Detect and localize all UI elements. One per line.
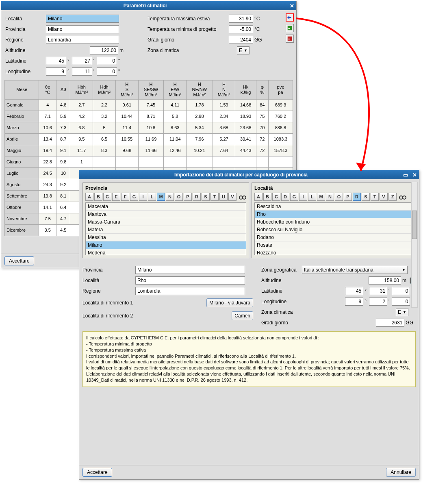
list-item[interactable]: Rosate	[255, 241, 412, 249]
maximize-icon[interactable]: ▭	[401, 170, 410, 179]
input2-regione[interactable]	[135, 287, 245, 295]
letter-filter-U[interactable]: U	[219, 193, 228, 201]
table-row: Febbraio7.15.94.23.210.448.715.82.982.34…	[5, 111, 293, 122]
scrollbar[interactable]	[411, 182, 418, 308]
list-item[interactable]: Rescaldina	[255, 203, 412, 211]
input-altitudine[interactable]	[90, 46, 118, 54]
listbox-provincia[interactable]: MacerataMantovaMassa-CarraraMateraMessin…	[85, 202, 246, 255]
letter-filter-G[interactable]: G	[290, 193, 298, 201]
accettare-button-1[interactable]: Accettare	[4, 256, 34, 265]
input-lon-sec[interactable]	[97, 67, 117, 76]
letter-filter-F[interactable]: F	[121, 193, 129, 201]
letter-filter-O[interactable]: O	[175, 193, 183, 201]
letter-filter-T[interactable]: T	[210, 193, 219, 201]
select-zona[interactable]: E▼	[237, 46, 250, 54]
input2-altitudine[interactable]	[369, 276, 401, 285]
list-item[interactable]: Modena	[86, 249, 246, 255]
letter-filter-M[interactable]: M	[157, 193, 165, 201]
list-item[interactable]: Massa-Carrara	[86, 218, 246, 226]
letter-filter-E[interactable]: E	[112, 193, 120, 201]
input-lon-deg[interactable]	[46, 67, 66, 76]
input2-lat-sec[interactable]	[392, 287, 410, 295]
binoculars-icon[interactable]	[239, 193, 246, 200]
select2-zona[interactable]: E▼	[396, 308, 408, 316]
input2-lon-min[interactable]	[369, 298, 387, 306]
letter-filter-O[interactable]: O	[335, 193, 343, 201]
letter-filter-P[interactable]: P	[184, 193, 192, 201]
letter-filter-M[interactable]: M	[317, 193, 325, 201]
letter-filter-D[interactable]: D	[281, 193, 289, 201]
list-item[interactable]: Messina	[86, 234, 246, 241]
letter-filter-I[interactable]: I	[299, 193, 307, 201]
accettare-button-2[interactable]: Accettare	[82, 468, 112, 477]
letter-filter-R[interactable]: R	[193, 193, 201, 201]
button-rif1[interactable]: Milano - via Juvara	[206, 298, 253, 307]
list-item[interactable]: Rozzano	[255, 249, 412, 255]
scrollbar-thumb[interactable]	[412, 211, 417, 239]
input2-lon-sec[interactable]	[392, 298, 410, 306]
letter-filter-B[interactable]: B	[94, 193, 102, 201]
letter-filter-N[interactable]: N	[326, 193, 334, 201]
letter-filter-V[interactable]: V	[228, 193, 237, 201]
letter-filter-P[interactable]: P	[344, 193, 352, 201]
letter-filter-C[interactable]: C	[272, 193, 280, 201]
label2-longitudine: Longitudine	[261, 299, 302, 304]
binoculars-icon[interactable]	[399, 193, 406, 200]
input2-provincia[interactable]	[135, 266, 245, 274]
select-zona-geo[interactable]: Italia settentrionale transpadana▼	[302, 266, 408, 274]
letter-filter-G[interactable]: G	[130, 193, 138, 201]
letter-filter-N[interactable]: N	[166, 193, 174, 201]
input-provincia[interactable]	[46, 25, 119, 33]
list-item[interactable]: Mantova	[86, 211, 246, 218]
letter-filter-A[interactable]: A	[85, 193, 93, 201]
input2-lon-deg[interactable]	[345, 298, 363, 306]
annullare-button[interactable]: Annullare	[386, 468, 416, 477]
import-arrow-button[interactable]	[286, 13, 294, 22]
letter-filter-S[interactable]: S	[362, 193, 370, 201]
input-lon-min[interactable]	[72, 67, 92, 76]
letter-filter-V[interactable]: V	[380, 193, 388, 201]
input2-localita[interactable]	[135, 276, 245, 285]
input-temp-max[interactable]	[229, 15, 253, 23]
letter-filter-L[interactable]: L	[308, 193, 316, 201]
list-item[interactable]: Milano	[86, 241, 246, 249]
label-rif1: Località di riferimento 1	[82, 300, 168, 306]
list-item[interactable]: Macerata	[86, 203, 246, 211]
letter-filter-Z[interactable]: Z	[388, 193, 397, 201]
list-item[interactable]: Rho	[255, 211, 412, 218]
list-item[interactable]: Robecco sul Naviglio	[255, 226, 412, 234]
input-regione[interactable]	[46, 36, 119, 44]
annotation-arrow	[292, 12, 397, 183]
listbox-localita[interactable]: RescaldinaRhoRobecchetto con IndunoRobec…	[254, 202, 413, 255]
letter-filter-I[interactable]: I	[139, 193, 147, 201]
panel-title-localita: Località	[254, 185, 413, 191]
save-green-button[interactable]	[286, 24, 294, 32]
input-lat-min[interactable]	[72, 57, 92, 65]
close-icon-2[interactable]: ✕	[410, 170, 419, 179]
input-temp-min[interactable]	[229, 25, 253, 33]
close-icon[interactable]: ✕	[287, 1, 296, 10]
letter-filter-S[interactable]: S	[202, 193, 210, 201]
letter-filter-A[interactable]: A	[254, 193, 263, 201]
letter-filter-L[interactable]: L	[148, 193, 156, 201]
input-lat-deg[interactable]	[46, 57, 66, 65]
list-item[interactable]: Robecchetto con Induno	[255, 218, 412, 226]
button-rif2[interactable]: Cameri	[232, 311, 253, 320]
list-item[interactable]: Rodano	[255, 234, 412, 241]
letter-filter-T[interactable]: T	[371, 193, 379, 201]
input-lat-sec[interactable]	[97, 57, 117, 65]
letter-filter-R[interactable]: R	[353, 193, 361, 201]
label2-gradi: Gradi giorno	[261, 320, 302, 326]
panel-provincia: Provincia ABCEFGILMNOPRSTUV MacerataMant…	[82, 182, 249, 258]
letter-filter-C[interactable]: C	[103, 193, 111, 201]
table-row: Gennaio44.82.72.29.617.454.111.781.5914.…	[5, 99, 293, 111]
list-item[interactable]: Matera	[86, 226, 246, 234]
save-red-button[interactable]	[286, 35, 294, 43]
input-gradi[interactable]	[229, 36, 253, 44]
letter-filter-B[interactable]: B	[263, 193, 271, 201]
title-1: Parametri climatici	[3, 3, 287, 9]
input2-lat-deg[interactable]	[345, 287, 363, 295]
input2-gradi[interactable]	[376, 319, 404, 327]
input-localita[interactable]	[46, 15, 119, 23]
input2-lat-min[interactable]	[369, 287, 387, 295]
